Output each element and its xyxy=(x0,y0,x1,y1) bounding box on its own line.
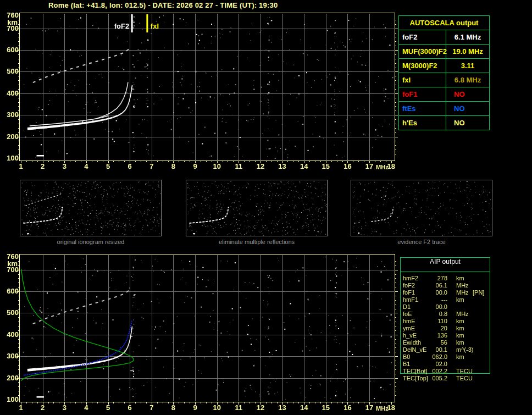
row-value: NO xyxy=(446,87,489,101)
aip-row-foF1: foF100.0MHz[PN] xyxy=(400,289,527,296)
param-value: 278 xyxy=(423,275,447,281)
aip-row-Ewidth: Ewidth56km xyxy=(400,339,527,346)
thumbnail-caption-original: original ionogram resized xyxy=(57,239,125,245)
param-unit: km xyxy=(456,339,464,346)
aip-row-TECTop: TEC[Top]005.2TECU xyxy=(400,375,527,382)
aip-row-B0: B0062.0km xyxy=(400,353,527,361)
param-unit: km xyxy=(456,318,464,324)
aip-row-hmF2: hmF2278km xyxy=(400,275,527,282)
param-unit: km xyxy=(456,325,464,331)
param-name: h_vE xyxy=(403,332,417,339)
param-name: B0 xyxy=(403,353,410,360)
param-unit: km xyxy=(456,296,464,303)
thumbnail-eliminate-reflections xyxy=(186,180,328,236)
table-row-fxI: fxI 6.8 MHz xyxy=(399,73,489,87)
param-value: 20 xyxy=(423,325,447,331)
row-label: ftEs xyxy=(399,102,446,115)
param-value: 06.1 xyxy=(423,282,447,289)
table-row-ftEs: ftEs NO xyxy=(399,102,489,116)
row-value: NO xyxy=(446,116,489,130)
header-title: Rome (lat: +41.8, lon: 012.5) - DATE: 20… xyxy=(48,1,278,9)
aip-output-rows: hmF2278km foF206.1MHz foF100.0MHz[PN] hm… xyxy=(400,275,527,382)
profile-ionogram-plot xyxy=(0,251,401,415)
thumbnail-original-ionogram xyxy=(20,180,162,236)
param-name: hmE xyxy=(403,318,415,324)
aip-table-title: AIP output xyxy=(401,258,490,272)
row-value: 6.8 MHz xyxy=(446,73,489,87)
table-row-MUF3000F2: MUF(3000)F2 19.0 MHz xyxy=(399,45,489,59)
aip-row-foF2: foF206.1MHz xyxy=(400,282,527,289)
table-row-foF1: foF1 NO xyxy=(399,87,489,102)
param-name: foE xyxy=(403,311,412,317)
param-name: B1 xyxy=(403,361,410,367)
param-value: 0.8 xyxy=(423,311,447,317)
table-row-M3000F2: M(3000)F2 3.11 xyxy=(399,59,489,73)
param-name: foF1 xyxy=(403,289,415,296)
param-unit: km xyxy=(456,332,464,339)
aip-row-DelN_vE: DelN_vE00.1m^(-3) xyxy=(400,346,527,353)
aip-row-hmE: hmE110km xyxy=(400,318,527,325)
aip-row-TECBot: TEC[Bot]002.2TECU xyxy=(400,368,527,375)
table-row-foF2: foF2 6.1 MHz xyxy=(399,30,489,45)
param-value: 56 xyxy=(423,339,447,346)
param-name: foF2 xyxy=(403,282,415,289)
row-value: NO xyxy=(446,102,489,115)
param-value: 00.1 xyxy=(423,346,447,353)
param-unit: TECU xyxy=(456,368,473,374)
row-label: MUF(3000)F2 xyxy=(399,45,446,58)
aip-row-hmF1: hmF1---km xyxy=(400,296,527,303)
param-unit: MHz xyxy=(456,282,469,289)
row-label: h'Es xyxy=(399,116,446,130)
row-label: foF1 xyxy=(399,87,446,101)
param-name: ymE xyxy=(403,325,415,331)
row-value: 19.0 MHz xyxy=(446,45,489,58)
param-name: D1 xyxy=(403,303,411,310)
param-name: Ewidth xyxy=(403,339,421,346)
aip-row-foE: foE0.8MHz xyxy=(400,311,527,318)
row-label: fxI xyxy=(399,73,446,87)
autoscala-table-title: AUTOSCALA output xyxy=(399,16,489,30)
param-unit: km xyxy=(456,275,464,281)
thumbnail-evidence-f2-trace xyxy=(351,180,492,236)
param-unit: m^(-3) xyxy=(456,346,473,353)
table-row-hEs: h'Es NO xyxy=(399,116,489,130)
param-value: 00.0 xyxy=(423,303,447,310)
param-unit: km xyxy=(456,353,464,360)
param-value: 00.0 xyxy=(423,289,447,296)
row-label: M(3000)F2 xyxy=(399,59,446,73)
scaled-ionogram-plot xyxy=(0,10,401,175)
param-value: 136 xyxy=(423,332,447,339)
aip-row-D1: D100.0 xyxy=(400,303,527,311)
thumbnail-caption-eliminate: eliminate multiple reflections xyxy=(219,239,295,245)
param-value: 062.0 xyxy=(423,353,447,360)
param-unit: MHz xyxy=(456,311,469,317)
row-value: 6.1 MHz xyxy=(446,30,489,44)
param-value: 110 xyxy=(423,318,447,324)
param-value: 002.2 xyxy=(423,368,447,374)
aip-row-ymE: ymE20km xyxy=(400,325,527,332)
row-value: 3.11 xyxy=(446,59,489,73)
param-value: --- xyxy=(423,296,447,303)
autoscala-output-table: AUTOSCALA output foF2 6.1 MHz MUF(3000)F… xyxy=(398,15,490,130)
aip-row-B1: B102.0 xyxy=(400,361,527,368)
thumbnail-caption-evidence: evidence F2 trace xyxy=(397,239,445,245)
param-unit: TECU xyxy=(456,375,473,381)
param-unit: MHz xyxy=(456,289,469,296)
param-value: 005.2 xyxy=(423,375,447,381)
param-extra: [PN] xyxy=(473,289,484,296)
param-value: 02.0 xyxy=(423,361,447,367)
param-name: hmF1 xyxy=(403,296,418,303)
row-label: foF2 xyxy=(399,30,446,44)
aip-row-h_vE: h_vE136km xyxy=(400,332,527,339)
param-name: hmF2 xyxy=(403,275,418,281)
